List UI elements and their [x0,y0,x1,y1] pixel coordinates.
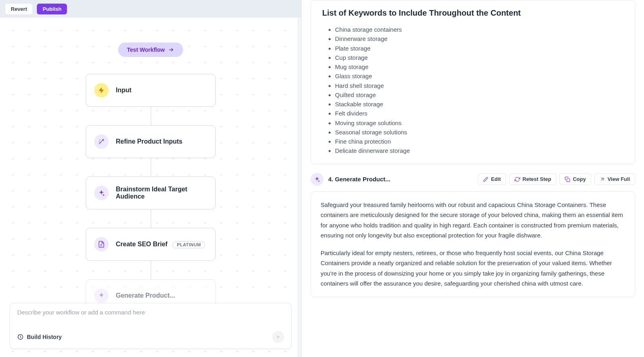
keyword-item: Fine china protection [335,137,624,146]
command-footer: Build History [17,331,284,343]
node-refine[interactable]: Refine Product Inputs [86,125,216,158]
platinum-badge: PLATINUM [172,241,205,248]
keyword-item: Seasonal storage solutions [335,128,624,137]
play-icon [275,334,281,340]
arrow-right-icon [168,47,174,53]
connector [151,107,151,125]
sparkle-icon [94,288,109,303]
viewfull-button[interactable]: View Full [594,173,635,185]
history-icon [17,334,24,340]
copy-label: Copy [573,176,586,182]
node-refine-title: Refine Product Inputs [116,138,182,145]
bolt-icon [94,83,109,97]
node-input[interactable]: Input [86,74,216,107]
svg-rect-0 [567,178,570,182]
node-generate-title: Generate Product... [116,292,175,299]
send-button[interactable] [272,331,284,343]
keywords-card: List of Keywords to Include Throughout t… [311,0,635,164]
step4-body: Safeguard your treasured family heirloom… [311,191,635,297]
output-panel[interactable]: List of Keywords to Include Throughout t… [302,0,644,357]
keyword-item: Moving storage solutions [335,118,624,128]
step4-header: 4. Generate Product... Edit Retest Step … [311,173,635,186]
node-brainstorm-title: Brainstorm Ideal Target Audience [116,186,207,200]
sparkle-icon [94,186,109,200]
command-input[interactable] [17,309,284,316]
publish-button[interactable]: Publish [37,4,67,14]
keyword-item: Dinnerware storage [335,34,624,43]
keyword-item: Felt dividers [335,109,624,118]
connector [151,261,151,279]
node-seo[interactable]: Create SEO Brief PLATINUM [86,228,216,261]
revert-button[interactable]: Revert [5,3,33,15]
build-history-label: Build History [27,334,62,340]
connector [151,158,151,176]
workflow-panel: Revert Publish Test Workflow Input Refin… [0,0,302,357]
keyword-item: Cup storage [335,53,624,62]
keyword-item: China storage containers [335,25,624,34]
keywords-heading: List of Keywords to Include Throughout t… [322,8,624,18]
node-input-title: Input [116,87,131,94]
keyword-item: Plate storage [335,44,624,53]
edit-button[interactable]: Edit [478,173,506,185]
copy-icon [565,176,570,182]
step4-card: 4. Generate Product... Edit Retest Step … [311,173,635,297]
connector [151,209,151,228]
keyword-item: Hard shell storage [335,81,624,90]
pencil-icon [483,176,489,182]
keyword-item: Stackable storage [335,99,624,109]
step4-p2: Particularly ideal for empty nesters, re… [321,248,625,289]
keyword-item: Quilted storage [335,90,624,99]
step4-actions: Edit Retest Step Copy View Full [478,173,635,185]
keyword-item: Delicate dinnerware storage [335,146,624,155]
test-workflow-button[interactable]: Test Workflow [118,43,183,57]
test-workflow-label: Test Workflow [127,47,165,53]
expand-icon [600,176,605,182]
step4-p1: Safeguard your treasured family heirloom… [321,200,625,241]
document-icon [94,237,109,252]
node-brainstorm[interactable]: Brainstorm Ideal Target Audience [86,176,216,209]
step4-title: 4. Generate Product... [328,176,390,183]
step4-header-left: 4. Generate Product... [311,173,390,186]
edit-label: Edit [491,176,501,182]
command-bar: Build History [10,303,292,349]
retest-button[interactable]: Retest Step [509,173,557,185]
workflow-canvas[interactable]: Test Workflow Input Refine Product Input… [0,18,301,357]
node-column: Input Refine Product Inputs Brainstorm I… [86,74,216,312]
keyword-item: Mug storage [335,62,624,71]
keyword-item: Glass storage [335,71,624,81]
node-seo-title: Create SEO Brief [116,241,168,247]
keywords-list: China storage containersDinnerware stora… [322,25,624,156]
copy-button[interactable]: Copy [559,173,591,185]
refresh-icon [515,176,520,182]
retest-label: Retest Step [523,176,551,182]
wand-icon [94,134,109,149]
toolbar: Revert Publish [0,0,301,18]
viewfull-label: View Full [608,176,630,182]
build-history-button[interactable]: Build History [17,334,62,340]
sparkle-icon [311,173,323,186]
